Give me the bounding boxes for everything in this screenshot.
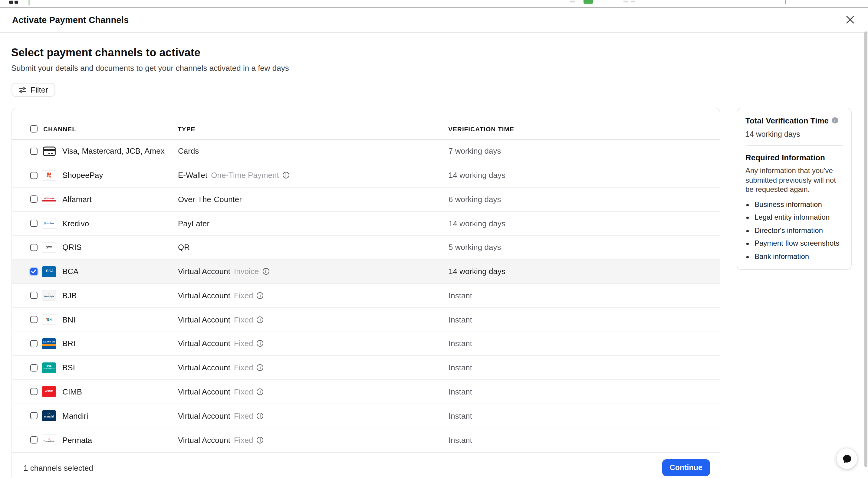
green-button-fragment xyxy=(583,0,593,3)
info-icon[interactable]: i xyxy=(257,437,264,444)
table-rows: Visa, Mastercard, JCB, Amex Cards 7 work… xyxy=(12,139,720,452)
table-row[interactable]: ∿∿mandiri Mandiri Virtual Account Fixed … xyxy=(12,404,720,428)
row-checkbox[interactable] xyxy=(30,196,37,203)
modal-title: Activate Payment Channels xyxy=(12,15,129,25)
row-checkbox[interactable] xyxy=(30,171,37,179)
info-icon[interactable]: i xyxy=(257,364,264,371)
channel-logo: Alfamart xyxy=(42,194,56,205)
table-row[interactable]: Kredivo Kredivo PayLater 14 working days xyxy=(12,212,720,236)
verification-time: Instant xyxy=(448,387,720,396)
verification-time: 7 working days xyxy=(448,147,720,156)
table-row[interactable]: Alfamart Alfamart Over-The-Counter 6 wor… xyxy=(12,188,720,212)
required-information-description: Any information that you've submitted pr… xyxy=(745,166,842,194)
table-row[interactable]: BSI✦BANK SYARIAH BSI Virtual Account Fix… xyxy=(12,356,720,380)
channel-logo: SPay xyxy=(42,170,56,181)
table-row[interactable]: Ⓑ BANK BRI BRI Virtual Account Fixed i I… xyxy=(12,332,720,356)
channel-type: Over-The-Counter xyxy=(178,195,448,204)
scrollbar-thumb[interactable] xyxy=(864,31,867,467)
verification-time: Instant xyxy=(448,339,720,348)
channel-type-tag: Invoice xyxy=(234,267,259,276)
total-verification-title: Total Verification Time xyxy=(745,116,829,125)
required-item: Bank information xyxy=(754,252,842,260)
channel-type-main: QR xyxy=(178,243,190,252)
filter-icon xyxy=(19,86,26,94)
row-checkbox[interactable] xyxy=(30,268,37,275)
channel-name: Mandiri xyxy=(62,411,178,420)
channel-name: Permata xyxy=(62,436,178,445)
info-icon[interactable]: i xyxy=(283,172,289,179)
close-icon[interactable] xyxy=(843,13,857,27)
channel-type: PayLater xyxy=(178,219,448,228)
channel-type-tag: Fixed xyxy=(234,339,253,348)
verification-time: 14 working days xyxy=(448,267,720,276)
required-item: Director's information xyxy=(754,226,842,234)
select-all-checkbox[interactable] xyxy=(30,125,37,132)
row-checkbox[interactable] xyxy=(30,292,37,299)
row-checkbox[interactable] xyxy=(30,148,37,155)
channel-type: Virtual Account Fixed i xyxy=(178,363,448,372)
row-checkbox[interactable] xyxy=(30,220,37,227)
channel-type-main: Virtual Account xyxy=(178,387,230,396)
info-icon[interactable]: i xyxy=(832,117,838,124)
channel-type: Virtual Account Fixed i xyxy=(178,387,448,396)
verification-time: Instant xyxy=(448,291,720,300)
chat-bubble-icon xyxy=(842,453,852,464)
column-header-channel: CHANNEL xyxy=(43,125,178,132)
table-row[interactable]: ≈bank bjb BJB Virtual Account Fixed i In… xyxy=(12,284,720,308)
channel-type-main: Virtual Account xyxy=(178,411,230,420)
row-checkbox[interactable] xyxy=(30,340,37,347)
info-icon[interactable]: i xyxy=(257,388,264,395)
background-app-topbar xyxy=(0,0,868,7)
chat-launcher-button[interactable] xyxy=(837,448,857,469)
table-row[interactable]: SPay ShopeePay E-Wallet One-Time Payment… xyxy=(12,164,720,188)
channel-name: CIMB xyxy=(62,387,178,396)
continue-button[interactable]: Continue xyxy=(662,459,710,477)
channel-type-main: Virtual Account xyxy=(178,436,230,445)
verification-time: Instant xyxy=(448,315,720,324)
channel-name: Alfamart xyxy=(62,195,178,204)
channel-logo xyxy=(42,146,56,157)
verification-time: 14 working days xyxy=(448,171,720,180)
info-icon[interactable]: i xyxy=(262,268,269,275)
info-icon[interactable]: i xyxy=(257,316,264,323)
app-logo xyxy=(9,1,13,4)
row-checkbox[interactable] xyxy=(30,412,37,419)
channel-logo: QRIS xyxy=(42,242,56,253)
row-checkbox[interactable] xyxy=(30,364,37,371)
table-row[interactable]: Visa, Mastercard, JCB, Amex Cards 7 work… xyxy=(12,139,720,164)
channel-type-main: Virtual Account xyxy=(178,363,230,372)
channel-logo: ◥ BNI xyxy=(42,314,56,325)
table-row[interactable]: ✦BCA BCA Virtual Account Invoice i 14 wo… xyxy=(12,260,720,284)
channel-name: BNI xyxy=(62,315,178,324)
channel-logo: ∿∿mandiri xyxy=(42,410,56,421)
panel-divider xyxy=(745,145,842,146)
channel-logo: BSI✦BANK SYARIAH xyxy=(42,362,56,373)
channel-logo: Ⓑ BANK BRI xyxy=(42,338,56,349)
verification-time: Instant xyxy=(448,436,720,445)
row-checkbox[interactable] xyxy=(30,316,37,323)
content-layout: CHANNEL TYPE VERIFICATION TIME Visa, Mas… xyxy=(11,107,856,478)
filter-button[interactable]: Filter xyxy=(11,83,55,97)
row-checkbox[interactable] xyxy=(30,244,37,251)
channel-type-tag: Fixed xyxy=(234,315,253,324)
column-header-type: TYPE xyxy=(178,125,448,132)
table-row[interactable]: ▸ CIMB CIMB Virtual Account Fixed i Inst… xyxy=(12,380,720,404)
table-row[interactable]: ◥ BNI BNI Virtual Account Fixed i Instan… xyxy=(12,308,720,332)
info-icon[interactable]: i xyxy=(257,340,264,347)
channel-logo: Kredivo xyxy=(42,218,56,229)
channel-name: QRIS xyxy=(62,243,178,252)
row-checkbox[interactable] xyxy=(30,388,37,395)
info-icon[interactable]: i xyxy=(257,292,264,299)
info-icon[interactable]: i xyxy=(257,412,264,419)
channel-name: ShopeePay xyxy=(62,171,178,180)
activate-payment-channels-modal: Activate Payment Channels Select payment… xyxy=(0,7,868,478)
required-information-title: Required Information xyxy=(745,153,842,162)
channel-type: Virtual Account Fixed i xyxy=(178,339,448,348)
table-row[interactable]: QRIS QRIS QR 5 working days xyxy=(12,236,720,260)
table-row[interactable]: ❖PermataBank Permata Virtual Account Fix… xyxy=(12,428,720,452)
filter-label: Filter xyxy=(31,85,48,94)
channel-type: E-Wallet One-Time Payment i xyxy=(178,171,448,180)
channel-type-tag: Fixed xyxy=(234,363,253,372)
row-checkbox[interactable] xyxy=(30,437,37,444)
total-verification-value: 14 working days xyxy=(745,130,842,138)
